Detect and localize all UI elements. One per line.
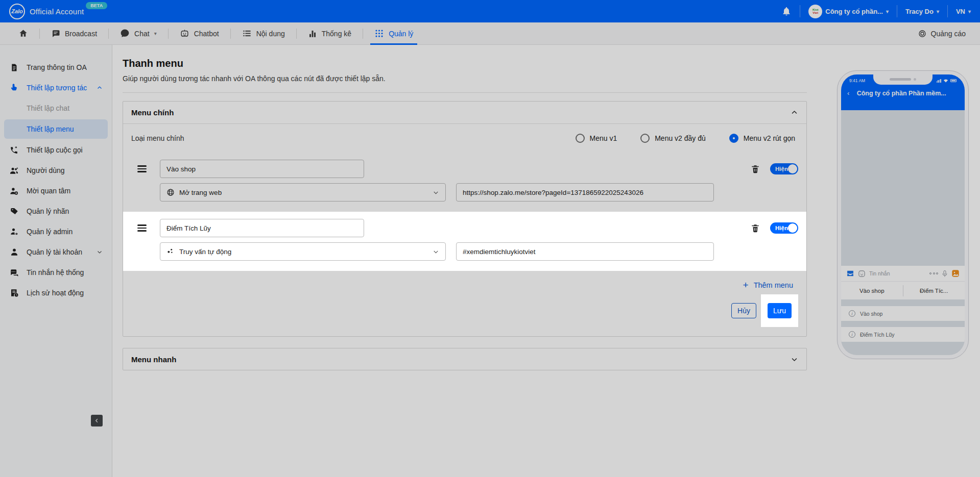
radio-menu-v2-compact[interactable]: Menu v2 rút gọn [729, 134, 795, 143]
back-chevron-icon[interactable]: ‹ [847, 89, 849, 97]
nav-chatbot[interactable]: Chatbot [169, 22, 230, 45]
menu-name-input[interactable] [160, 219, 364, 237]
phone-notch [873, 74, 933, 85]
tag-icon [9, 207, 19, 216]
phone-preview-area: 9:41 AM ‹ Công ty cổ phần Phần mềm... [817, 45, 980, 477]
visibility-toggle[interactable]: Hiện [770, 163, 798, 174]
sidebar-item-invite[interactable]: Mời quan tâm [0, 181, 112, 201]
drag-handle-icon[interactable] [137, 224, 147, 232]
document-icon [9, 63, 19, 72]
sidebar-item-chat-setup[interactable]: Thiết lập chat [0, 98, 112, 118]
add-menu-button[interactable]: + Thêm menu [743, 281, 793, 289]
chevron-down-icon [97, 249, 103, 255]
sidebar-item-oa-info[interactable]: Trang thông tin OA [0, 57, 112, 78]
nav-chat[interactable]: Chat ▾ [109, 22, 168, 45]
divider [123, 92, 807, 93]
radio-menu-v1[interactable]: Menu v1 [576, 134, 617, 143]
quick-menu-panel-header[interactable]: Menu nhanh [123, 348, 807, 370]
drag-handle-icon[interactable] [137, 165, 147, 172]
sticker-smiley-icon [858, 270, 866, 278]
status-time: 9:41 AM [849, 78, 865, 83]
phone-screen: 9:41 AM ‹ Công ty cổ phần Phần mềm... [841, 74, 965, 355]
delete-menu-button[interactable] [751, 223, 760, 233]
page-title: Thanh menu [123, 58, 807, 69]
tap-icon [9, 83, 19, 93]
org-switcher[interactable]: KiotViet Công ty cổ phần... ▾ [808, 5, 889, 18]
sidebar-item-menu-setup[interactable]: Thiết lập menu [4, 119, 108, 139]
bar-chart-icon [308, 29, 317, 38]
phone-mockup: 9:41 AM ‹ Công ty cổ phần Phần mềm... [837, 70, 969, 359]
globe-icon [166, 188, 175, 196]
microphone-icon[interactable] [942, 270, 948, 278]
menu-item-row: Hiện Mở trang web [123, 153, 806, 212]
cancel-button[interactable]: Hủy [731, 303, 756, 318]
nav-ads[interactable]: Quảng cáo [918, 29, 973, 38]
nav-content[interactable]: Nội dung [231, 22, 296, 45]
main-menu-panel: Menu chính Loại menu chính Menu v1 Menu … [123, 101, 807, 337]
sidebar-collapse-button[interactable] [91, 415, 103, 426]
battery-icon [950, 79, 957, 82]
nav-home[interactable] [7, 22, 39, 45]
list-icon [242, 29, 252, 38]
nav-manage[interactable]: Quản lý [363, 22, 424, 45]
signal-icon [937, 79, 941, 83]
chevron-up-icon [97, 85, 103, 91]
sidebar-item-interaction-setup[interactable]: Thiết lập tương tác [0, 78, 112, 98]
chevron-down-icon: ▾ [937, 9, 939, 14]
save-button-spotlight: Lưu [761, 294, 798, 327]
chevron-down-icon: ▾ [968, 9, 971, 14]
chevron-down-icon: ▾ [886, 9, 889, 14]
chevron-down-icon [791, 356, 798, 363]
plus-icon: + [743, 282, 749, 289]
phone-bottom-area: Tin nhắn Vào shop Điểm Tíc... i Vào shop [841, 266, 965, 355]
action-type-select[interactable]: Truy vấn tự động [160, 242, 446, 261]
phone-menu-item[interactable]: i Vào shop [841, 306, 965, 321]
person-gear-icon [9, 227, 19, 237]
composer-placeholder[interactable]: Tin nhắn [869, 270, 890, 277]
target-icon [918, 29, 927, 38]
chevron-up-icon [791, 109, 798, 116]
user-menu[interactable]: Tracy Do ▾ [905, 8, 939, 15]
sidebar-item-labels[interactable]: Quản lý nhãn [0, 201, 112, 221]
sidebar-item-account[interactable]: Quản lý tài khoản [0, 242, 112, 262]
more-options-icon[interactable] [929, 272, 938, 274]
nav-stats[interactable]: Thống kê [297, 22, 363, 45]
wifi-icon [943, 79, 948, 83]
zalo-logo: Zalo [9, 4, 25, 19]
save-button[interactable]: Lưu [768, 303, 792, 318]
locale-switcher[interactable]: VN ▾ [956, 8, 971, 15]
visibility-toggle[interactable]: Hiện [770, 222, 798, 234]
menu-item-row-highlighted: Hiện Truy vấn tự động [123, 212, 806, 271]
sidebar-item-call-setup[interactable]: Thiết lập cuộc gọi [0, 140, 112, 160]
info-icon: i [849, 331, 855, 338]
chatbot-icon [180, 29, 189, 38]
chevron-down-icon [433, 248, 439, 255]
action-value-input[interactable] [456, 242, 714, 261]
chevron-left-icon [94, 418, 100, 423]
phone-chat-header: 9:41 AM ‹ Công ty cổ phần Phần mềm... [841, 74, 965, 110]
notification-bell-icon[interactable] [781, 6, 792, 16]
users-icon [9, 166, 19, 175]
chat-bubbles-icon [9, 268, 19, 278]
sidebar-item-activity-log[interactable]: Lịch sử hoạt động [0, 283, 112, 303]
sidebar-item-system-messages[interactable]: Tin nhắn hệ thống [0, 262, 112, 283]
locale-label: VN [956, 8, 965, 15]
divider [897, 5, 897, 17]
phone-menu-item[interactable]: i Điểm Tích Lũy [841, 327, 965, 342]
phone-menu-tab[interactable]: Vào shop [841, 288, 903, 294]
sidebar-item-admin[interactable]: Quản lý admin [0, 221, 112, 242]
radio-menu-v2-full[interactable]: Menu v2 đầy đủ [640, 134, 706, 143]
sidebar-item-users[interactable]: Người dùng [0, 160, 112, 181]
toggle-knob [788, 223, 797, 233]
phone-menu-tab[interactable]: Điểm Tíc... [903, 288, 965, 294]
main-menu-panel-header[interactable]: Menu chính [123, 102, 806, 124]
drawer-icon [846, 270, 854, 277]
menu-name-input[interactable] [160, 160, 364, 178]
action-type-select[interactable]: Mở trang web [160, 183, 446, 202]
action-value-input[interactable] [456, 183, 714, 202]
nav-broadcast[interactable]: Broadcast [40, 22, 108, 45]
photo-icon[interactable] [951, 269, 960, 278]
delete-menu-button[interactable] [751, 164, 760, 173]
home-icon [18, 29, 28, 38]
main-nav: Broadcast Chat ▾ Chatbot Nội dung Thống … [0, 22, 980, 45]
